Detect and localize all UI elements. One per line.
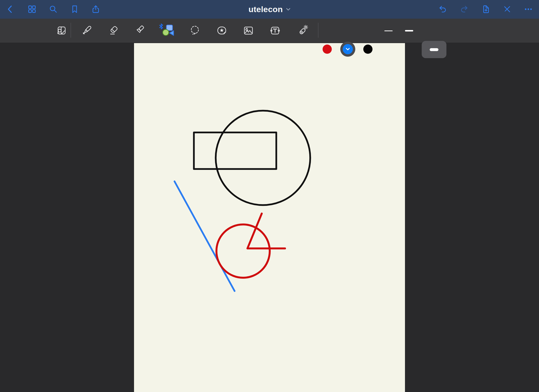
grid-icon	[27, 5, 37, 14]
search-icon	[49, 5, 58, 14]
document-title-button[interactable]: utelecon	[248, 0, 290, 19]
tools-toolbar	[0, 19, 539, 43]
shape-triangle	[169, 31, 174, 35]
undo-arrow-icon	[438, 5, 447, 14]
thickness-thick-button-selected[interactable]	[422, 41, 446, 58]
image-tool-button[interactable]	[238, 20, 259, 41]
back-button[interactable]	[6, 5, 15, 14]
share-up-arrow-icon	[91, 5, 100, 14]
ellipsis-icon	[524, 5, 533, 14]
thin-line-glyph	[384, 31, 393, 31]
shapes-tool-button[interactable]	[156, 20, 177, 41]
redo-arrow-icon	[460, 5, 469, 14]
bookmark-button[interactable]	[70, 5, 79, 14]
shapes-icon	[158, 23, 176, 38]
eraser-icon	[107, 24, 120, 37]
elements-sticker-icon	[215, 24, 228, 37]
pages-overview-button[interactable]	[27, 5, 37, 14]
document-plus-icon	[481, 5, 490, 14]
text-tool-button[interactable]	[265, 20, 285, 41]
pen-icon	[81, 24, 94, 37]
search-button[interactable]	[49, 5, 58, 14]
chevron-down-icon	[286, 8, 291, 11]
sparkle-rays	[304, 25, 308, 29]
page-title: utelecon	[248, 5, 283, 14]
text-icon	[269, 24, 281, 37]
color-swatch-blue-selected[interactable]	[340, 42, 355, 57]
bookmark-icon	[70, 5, 79, 14]
pen-tool-button[interactable]	[77, 20, 98, 41]
thickness-thin-button[interactable]	[381, 20, 396, 41]
stylus-toggle-button[interactable]	[502, 5, 512, 14]
color-swatch-red[interactable]	[323, 45, 332, 54]
elements-tool-button[interactable]	[211, 20, 232, 41]
add-page-button[interactable]	[481, 5, 490, 14]
chevron-down-icon	[346, 48, 350, 51]
color-swatch-blue-inner	[343, 44, 353, 54]
star-glyph	[220, 28, 224, 32]
color-swatch-black[interactable]	[363, 45, 373, 54]
highlighter-tool-button[interactable]	[129, 20, 150, 41]
bluetooth-icon	[159, 24, 163, 29]
image-icon	[242, 24, 255, 37]
pointer-tool-button[interactable]	[292, 20, 313, 41]
redo-button[interactable]	[460, 5, 469, 14]
crossed-pen-icon	[502, 5, 512, 14]
medium-line-glyph	[405, 30, 413, 31]
thickness-medium-button[interactable]	[401, 20, 417, 41]
app-window: utelecon	[0, 0, 539, 392]
chevron-left-icon	[6, 5, 15, 14]
notebook-page[interactable]	[134, 43, 405, 392]
more-options-button[interactable]	[524, 5, 533, 14]
undo-button[interactable]	[438, 5, 447, 14]
toolbar-divider	[318, 23, 318, 38]
pan-mode-icon	[55, 25, 67, 37]
pan-mode-tool-button[interactable]	[51, 20, 71, 41]
canvas-background	[0, 43, 539, 392]
lasso-tool-button[interactable]	[184, 20, 205, 41]
pointer-laser-icon	[296, 24, 309, 37]
top-navigation-bar: utelecon	[0, 0, 539, 19]
share-button[interactable]	[91, 5, 100, 14]
highlighter-icon	[133, 24, 146, 37]
toolbar-divider	[71, 23, 71, 38]
eraser-tool-button[interactable]	[103, 20, 124, 41]
shape-circle	[163, 30, 169, 36]
thick-line-glyph	[430, 48, 438, 51]
lasso-icon	[189, 24, 201, 37]
